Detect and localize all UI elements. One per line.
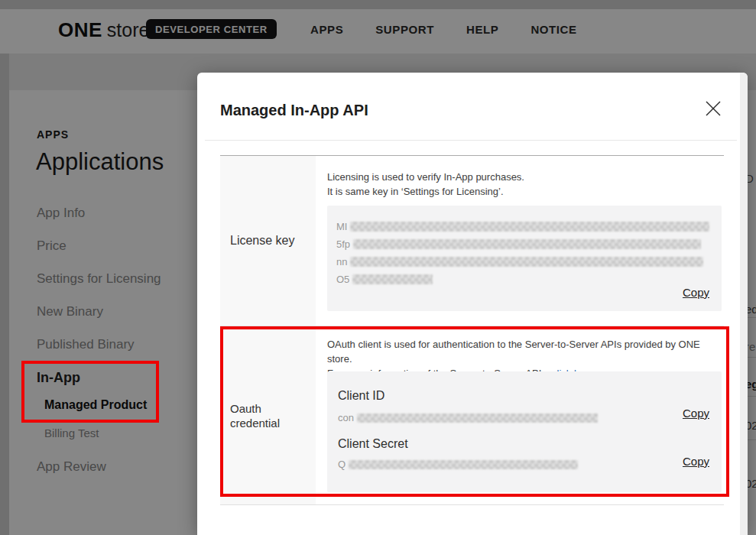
key-prefix: nn <box>336 256 347 268</box>
license-description: Licensing is used to verify In-App purch… <box>327 170 524 199</box>
license-key-label: License key <box>230 233 316 248</box>
redacted-blur <box>350 222 709 232</box>
redacted-blur <box>353 239 701 249</box>
oauth-credential-box: Client ID con Copy Client Secret Q Copy <box>327 371 722 492</box>
client-secret-prefix: Q <box>338 459 346 470</box>
oauth-label-line1: Oauth <box>230 401 316 416</box>
oauth-label-cell: Oauth credential <box>220 326 316 504</box>
client-id-prefix: con <box>338 412 354 423</box>
close-icon <box>705 100 722 117</box>
redacted-blur <box>349 460 578 469</box>
license-key-row: License key Licensing is used to verify … <box>220 156 724 326</box>
client-id-label: Client ID <box>338 389 384 403</box>
modal-scrollbar[interactable] <box>740 73 748 535</box>
license-key-box: MI 5fp nn O5 <box>327 206 722 311</box>
client-id-value: con <box>338 412 598 423</box>
modal-title: Managed In-App API <box>220 102 368 119</box>
redacted-blur <box>350 257 703 267</box>
copy-license-key-button[interactable]: Copy <box>683 286 709 299</box>
api-table: License key Licensing is used to verify … <box>220 155 724 505</box>
redacted-blur <box>357 413 598 423</box>
client-secret-label: Client Secret <box>338 437 408 451</box>
license-key-content: Licensing is used to verify In-App purch… <box>316 156 724 326</box>
copy-client-id-button[interactable]: Copy <box>683 407 709 420</box>
oauth-content: OAuth client is used for authentication … <box>316 326 724 504</box>
oauth-credential-row: Oauth credential OAuth client is used fo… <box>220 326 724 504</box>
redacted-blur <box>352 274 433 284</box>
license-key-value: MI 5fp nn O5 <box>336 218 709 288</box>
title-divider <box>205 140 737 141</box>
key-prefix: MI <box>336 221 347 232</box>
license-key-label-cell: License key <box>220 156 316 326</box>
oauth-label-line2: credential <box>230 416 316 430</box>
key-prefix: 5fp <box>336 238 350 250</box>
client-secret-value: Q <box>338 459 578 470</box>
copy-client-secret-button[interactable]: Copy <box>683 455 709 468</box>
key-prefix: O5 <box>336 274 349 285</box>
close-button[interactable] <box>703 99 723 118</box>
managed-in-app-api-modal: Managed In-App API License key Licensing… <box>197 73 748 535</box>
